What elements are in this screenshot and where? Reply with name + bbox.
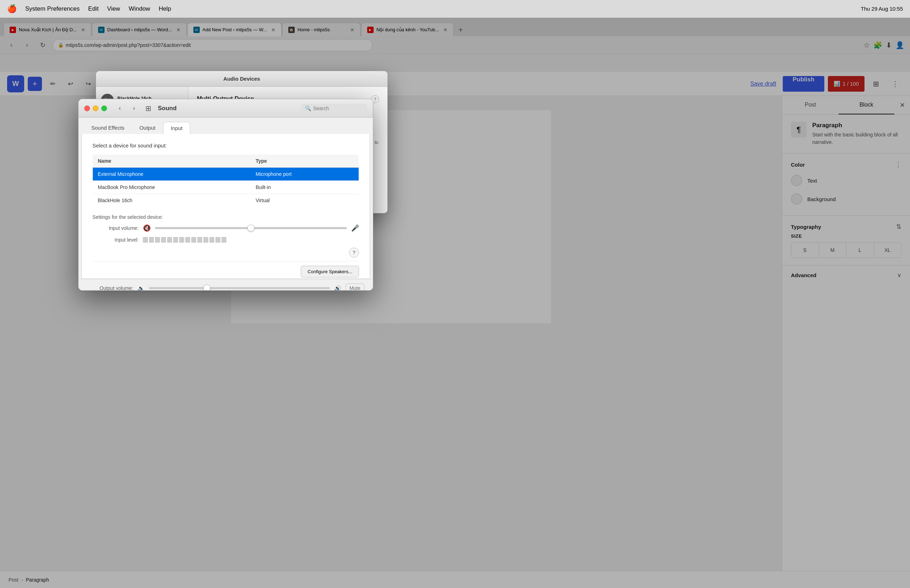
menu-window[interactable]: Window [129, 5, 150, 13]
menu-view[interactable]: View [107, 5, 120, 13]
sound-window: ‹ › ⊞ Sound 🔍 Sound Effects Output Input… [78, 99, 373, 291]
device-row-blackhole[interactable]: BlackHole 16ch Virtual [93, 194, 359, 207]
level-seg-5 [167, 237, 172, 243]
device-type-macbook: Built-in [251, 181, 359, 194]
select-device-label: Select a device for sound input: [92, 142, 359, 149]
configure-speakers-button[interactable]: Configure Speakers... [301, 266, 359, 278]
volume-high-icon: 🔊 [334, 285, 341, 291]
output-volume-row: Output volume: 🔈 🔊 Mute [79, 279, 373, 291]
settings-label: Settings for the selected device: [92, 214, 359, 220]
device-row-ext-mic[interactable]: External Microphone Microphone port [93, 168, 359, 181]
output-volume-label: Output volume: [87, 285, 133, 291]
level-seg-1 [143, 237, 148, 243]
level-seg-13 [215, 237, 220, 243]
traffic-lights [84, 105, 107, 111]
level-seg-7 [179, 237, 184, 243]
audio-devices-title: Audio Devices [223, 76, 260, 82]
input-level-row: Input level: [92, 237, 359, 243]
level-seg-10 [197, 237, 202, 243]
level-seg-2 [149, 237, 154, 243]
device-name-ext-mic: External Microphone [93, 168, 251, 181]
volume-low-icon: 🔈 [138, 285, 145, 291]
menu-help[interactable]: Help [159, 5, 171, 13]
tab-output[interactable]: Output [132, 122, 162, 134]
sound-forward-button[interactable]: › [128, 103, 141, 114]
level-seg-3 [155, 237, 160, 243]
input-level-label: Input level: [92, 237, 139, 243]
minimize-window-button[interactable] [93, 105, 99, 111]
sound-search-input[interactable] [313, 105, 363, 111]
close-window-button[interactable] [84, 105, 90, 111]
col-type: Type [251, 155, 359, 168]
menu-edit[interactable]: Edit [88, 5, 99, 13]
sound-nav: ‹ › [113, 103, 141, 114]
input-volume-thumb[interactable] [248, 225, 254, 232]
input-volume-slider[interactable] [155, 227, 347, 229]
level-seg-11 [203, 237, 208, 243]
menubar: 🍎 System Preferences Edit View Window He… [0, 0, 910, 18]
input-volume-row: Input volume: 🔇 🎤 [92, 224, 359, 232]
sound-titlebar: ‹ › ⊞ Sound 🔍 [79, 99, 373, 118]
device-type-ext-mic: Microphone port [251, 168, 359, 181]
output-volume-slider[interactable] [149, 287, 330, 289]
tab-input[interactable]: Input [163, 122, 190, 134]
search-icon: 🔍 [305, 105, 311, 111]
level-seg-14 [222, 237, 227, 243]
level-seg-9 [191, 237, 196, 243]
device-row-macbook[interactable]: MacBook Pro Microphone Built-in [93, 181, 359, 194]
col-name: Name [93, 155, 251, 168]
output-volume-thumb[interactable] [203, 284, 210, 291]
mic-low-icon: 🔇 [143, 224, 151, 232]
device-name-blackhole: BlackHole 16ch [93, 194, 251, 207]
input-level-bar [143, 237, 227, 243]
level-seg-4 [161, 237, 166, 243]
device-type-blackhole: Virtual [251, 194, 359, 207]
device-table: Name Type External Microphone Microphone… [92, 154, 359, 207]
level-seg-6 [173, 237, 178, 243]
sound-title: Sound [158, 105, 176, 112]
input-volume-label: Input volume: [92, 225, 139, 231]
sound-search-box[interactable]: 🔍 [301, 104, 367, 113]
maximize-window-button[interactable] [101, 105, 107, 111]
help-button[interactable]: ? [349, 248, 359, 258]
audio-devices-titlebar: Audio Devices [96, 71, 387, 87]
menu-system-preferences[interactable]: System Preferences [25, 5, 79, 13]
sound-tabs: Sound Effects Output Input [79, 118, 373, 134]
level-seg-12 [209, 237, 214, 243]
device-name-macbook: MacBook Pro Microphone [93, 181, 251, 194]
sound-grid-icon[interactable]: ⊞ [146, 104, 151, 113]
time-display: Thu 29 Aug 10:55 [861, 6, 903, 12]
apple-menu[interactable]: 🍎 [7, 4, 17, 13]
mute-button[interactable]: Mute [345, 284, 364, 291]
sound-back-button[interactable]: ‹ [113, 103, 126, 114]
tab-sound-effects[interactable]: Sound Effects [84, 122, 131, 134]
level-seg-8 [185, 237, 190, 243]
mic-high-icon: 🎤 [351, 224, 359, 232]
sound-body: Select a device for sound input: Name Ty… [81, 134, 370, 279]
